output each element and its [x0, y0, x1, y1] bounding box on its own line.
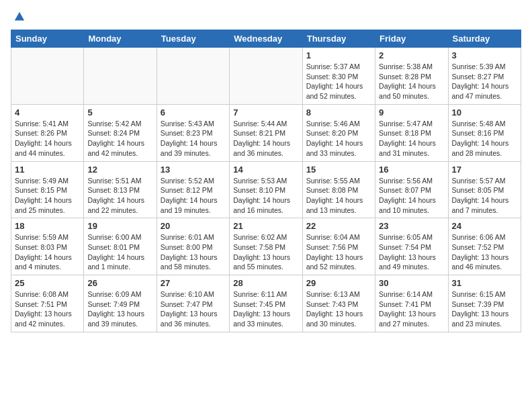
- day-number: 8: [306, 107, 371, 118]
- day-number: 16: [379, 165, 444, 175]
- calendar-cell: 14Sunrise: 5:53 AMSunset: 8:10 PMDayligh…: [230, 161, 302, 218]
- day-number: 11: [15, 165, 80, 175]
- day-info: Sunrise: 6:14 AMSunset: 7:41 PMDaylight:…: [379, 289, 444, 329]
- day-info: Sunrise: 6:13 AMSunset: 7:43 PMDaylight:…: [306, 289, 371, 329]
- day-number: 5: [87, 107, 152, 118]
- day-info: Sunrise: 5:44 AMSunset: 8:21 PMDaylight:…: [233, 119, 298, 158]
- week-row-5: 25Sunrise: 6:08 AMSunset: 7:51 PMDayligh…: [11, 275, 521, 332]
- calendar-table: SundayMondayTuesdayWednesdayThursdayFrid…: [11, 30, 521, 332]
- day-info: Sunrise: 6:04 AMSunset: 7:56 PMDaylight:…: [306, 232, 371, 272]
- calendar-cell: 17Sunrise: 5:57 AMSunset: 8:05 PMDayligh…: [448, 161, 521, 218]
- day-number: 18: [15, 221, 80, 231]
- day-info: Sunrise: 5:52 AMSunset: 8:12 PMDaylight:…: [161, 176, 226, 216]
- day-info: Sunrise: 5:59 AMSunset: 8:03 PMDaylight:…: [15, 232, 80, 272]
- calendar-cell: 25Sunrise: 6:08 AMSunset: 7:51 PMDayligh…: [11, 275, 84, 332]
- day-number: 22: [306, 221, 371, 231]
- calendar-cell: 23Sunrise: 6:05 AMSunset: 7:54 PMDayligh…: [375, 218, 448, 275]
- calendar-cell: 26Sunrise: 6:09 AMSunset: 7:49 PMDayligh…: [84, 275, 157, 332]
- day-number: 17: [452, 165, 517, 175]
- day-number: 3: [452, 50, 517, 60]
- calendar-cell: 29Sunrise: 6:13 AMSunset: 7:43 PMDayligh…: [302, 275, 375, 332]
- day-info: Sunrise: 6:09 AMSunset: 7:49 PMDaylight:…: [87, 289, 152, 329]
- calendar-cell: 27Sunrise: 6:10 AMSunset: 7:47 PMDayligh…: [157, 275, 229, 332]
- day-info: Sunrise: 5:37 AMSunset: 8:30 PMDaylight:…: [306, 62, 371, 101]
- day-number: 30: [379, 278, 444, 288]
- calendar-cell: [157, 48, 229, 105]
- day-number: 20: [161, 221, 226, 231]
- day-info: Sunrise: 6:00 AMSunset: 8:01 PMDaylight:…: [87, 232, 152, 272]
- day-info: Sunrise: 6:06 AMSunset: 7:52 PMDaylight:…: [452, 232, 517, 272]
- day-header-wednesday: Wednesday: [230, 30, 302, 48]
- day-info: Sunrise: 5:53 AMSunset: 8:10 PMDaylight:…: [233, 176, 298, 216]
- day-header-thursday: Thursday: [302, 30, 375, 48]
- day-info: Sunrise: 6:11 AMSunset: 7:45 PMDaylight:…: [233, 289, 298, 329]
- day-info: Sunrise: 5:39 AMSunset: 8:27 PMDaylight:…: [452, 62, 517, 101]
- day-number: 25: [15, 278, 80, 288]
- calendar-cell: 24Sunrise: 6:06 AMSunset: 7:52 PMDayligh…: [448, 218, 521, 275]
- day-number: 26: [87, 278, 152, 288]
- day-info: Sunrise: 6:02 AMSunset: 7:58 PMDaylight:…: [233, 232, 298, 272]
- day-number: 27: [161, 278, 226, 288]
- day-number: 6: [161, 107, 226, 118]
- week-row-2: 4Sunrise: 5:41 AMSunset: 8:26 PMDaylight…: [11, 104, 521, 161]
- day-number: 29: [306, 278, 371, 288]
- calendar-cell: 8Sunrise: 5:46 AMSunset: 8:20 PMDaylight…: [302, 104, 375, 161]
- calendar-cell: 19Sunrise: 6:00 AMSunset: 8:01 PMDayligh…: [84, 218, 157, 275]
- day-info: Sunrise: 5:57 AMSunset: 8:05 PMDaylight:…: [452, 176, 517, 216]
- calendar-cell: 6Sunrise: 5:43 AMSunset: 8:23 PMDaylight…: [157, 104, 229, 161]
- day-header-tuesday: Tuesday: [157, 30, 229, 48]
- day-info: Sunrise: 5:41 AMSunset: 8:26 PMDaylight:…: [15, 119, 80, 158]
- day-info: Sunrise: 6:10 AMSunset: 7:47 PMDaylight:…: [161, 289, 226, 329]
- calendar-cell: 2Sunrise: 5:38 AMSunset: 8:28 PMDaylight…: [375, 48, 448, 105]
- calendar-cell: 31Sunrise: 6:15 AMSunset: 7:39 PMDayligh…: [448, 275, 521, 332]
- calendar-cell: 3Sunrise: 5:39 AMSunset: 8:27 PMDaylight…: [448, 48, 521, 105]
- day-number: 31: [452, 278, 517, 288]
- day-info: Sunrise: 5:49 AMSunset: 8:15 PMDaylight:…: [15, 176, 80, 216]
- page-header: [11, 11, 521, 23]
- calendar-cell: 13Sunrise: 5:52 AMSunset: 8:12 PMDayligh…: [157, 161, 229, 218]
- calendar-cell: 4Sunrise: 5:41 AMSunset: 8:26 PMDaylight…: [11, 104, 84, 161]
- day-number: 21: [233, 221, 298, 231]
- day-number: 12: [87, 165, 152, 175]
- calendar-cell: [11, 48, 84, 105]
- day-info: Sunrise: 5:47 AMSunset: 8:18 PMDaylight:…: [379, 119, 444, 158]
- calendar-cell: 15Sunrise: 5:55 AMSunset: 8:08 PMDayligh…: [302, 161, 375, 218]
- svg-marker-0: [15, 12, 24, 21]
- calendar-cell: [84, 48, 157, 105]
- day-info: Sunrise: 5:42 AMSunset: 8:24 PMDaylight:…: [87, 119, 152, 158]
- calendar-cell: 12Sunrise: 5:51 AMSunset: 8:13 PMDayligh…: [84, 161, 157, 218]
- day-header-sunday: Sunday: [11, 30, 84, 48]
- calendar-cell: 11Sunrise: 5:49 AMSunset: 8:15 PMDayligh…: [11, 161, 84, 218]
- calendar-cell: 18Sunrise: 5:59 AMSunset: 8:03 PMDayligh…: [11, 218, 84, 275]
- day-header-saturday: Saturday: [448, 30, 521, 48]
- calendar-cell: 20Sunrise: 6:01 AMSunset: 8:00 PMDayligh…: [157, 218, 229, 275]
- day-number: 23: [379, 221, 444, 231]
- day-info: Sunrise: 6:01 AMSunset: 8:00 PMDaylight:…: [161, 232, 226, 272]
- day-number: 28: [233, 278, 298, 288]
- day-number: 13: [161, 165, 226, 175]
- calendar-cell: 7Sunrise: 5:44 AMSunset: 8:21 PMDaylight…: [230, 104, 302, 161]
- day-info: Sunrise: 6:05 AMSunset: 7:54 PMDaylight:…: [379, 232, 444, 272]
- day-info: Sunrise: 5:55 AMSunset: 8:08 PMDaylight:…: [306, 176, 371, 216]
- logo: [11, 11, 26, 23]
- day-info: Sunrise: 5:38 AMSunset: 8:28 PMDaylight:…: [379, 62, 444, 101]
- calendar-cell: 16Sunrise: 5:56 AMSunset: 8:07 PMDayligh…: [375, 161, 448, 218]
- day-header-monday: Monday: [84, 30, 157, 48]
- day-number: 19: [87, 221, 152, 231]
- day-header-friday: Friday: [375, 30, 448, 48]
- calendar-cell: 22Sunrise: 6:04 AMSunset: 7:56 PMDayligh…: [302, 218, 375, 275]
- calendar-cell: 9Sunrise: 5:47 AMSunset: 8:18 PMDaylight…: [375, 104, 448, 161]
- day-info: Sunrise: 5:48 AMSunset: 8:16 PMDaylight:…: [452, 119, 517, 158]
- calendar-cell: 1Sunrise: 5:37 AMSunset: 8:30 PMDaylight…: [302, 48, 375, 105]
- day-info: Sunrise: 5:51 AMSunset: 8:13 PMDaylight:…: [87, 176, 152, 216]
- calendar-cell: 30Sunrise: 6:14 AMSunset: 7:41 PMDayligh…: [375, 275, 448, 332]
- day-number: 7: [233, 107, 298, 118]
- day-number: 9: [379, 107, 444, 118]
- calendar-cell: [230, 48, 302, 105]
- day-number: 1: [306, 50, 371, 60]
- calendar-cell: 21Sunrise: 6:02 AMSunset: 7:58 PMDayligh…: [230, 218, 302, 275]
- day-number: 4: [15, 107, 80, 118]
- header-row: SundayMondayTuesdayWednesdayThursdayFrid…: [11, 30, 521, 48]
- day-number: 24: [452, 221, 517, 231]
- calendar-cell: 28Sunrise: 6:11 AMSunset: 7:45 PMDayligh…: [230, 275, 302, 332]
